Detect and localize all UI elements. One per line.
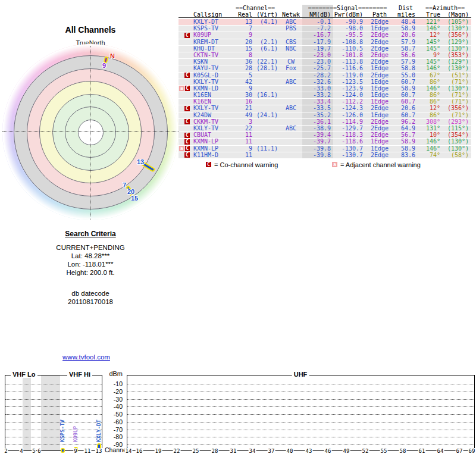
gridline — [5, 392, 102, 392]
azimuth-true: 131° — [419, 126, 441, 132]
warning-badges — [178, 26, 193, 32]
real-channel: 3 — [231, 119, 252, 125]
azimuth-true: 10° — [419, 132, 441, 138]
noise-margin: -35.2 — [302, 112, 333, 118]
skipped-band-1 — [41, 375, 60, 450]
azimuth-true: 146° — [419, 65, 441, 71]
azimuth-magnetic: (51°) — [441, 73, 471, 79]
network — [280, 92, 302, 98]
azimuth-magnetic: (130°) — [441, 65, 471, 71]
warning-badges: C — [178, 32, 193, 38]
channel-tick-16: 16 — [136, 448, 143, 454]
gridline — [127, 406, 474, 407]
signal-bar-KSPS-TV — [61, 448, 65, 453]
co-channel-warning-icon: C — [184, 152, 190, 158]
distance: 57.9 — [393, 39, 419, 45]
real-channel: 7 — [231, 26, 252, 32]
warning-badges — [178, 46, 193, 52]
azimuth-true: 146° — [419, 86, 441, 92]
column-header: NM(dB) — [302, 11, 333, 17]
path: 1Edge — [367, 139, 393, 145]
column-header: Callsign — [193, 11, 231, 17]
header-group-azimuth-group: ==Azimuth== — [419, 5, 471, 11]
gridline — [5, 414, 102, 415]
path: 2Edge — [367, 152, 393, 158]
callsign: KXLY-TV — [193, 79, 231, 85]
table-row-K09UP: CK09UP9-16.7-95.52Edge20.612°(356°) — [178, 32, 471, 38]
warning-badges — [178, 52, 193, 58]
callsign: KXLY-TV — [193, 126, 231, 132]
power: -123.9 — [333, 86, 367, 92]
gridline — [127, 430, 474, 430]
azimuth-magnetic: (353°) — [441, 52, 471, 58]
virtual-channel — [252, 139, 280, 145]
azimuth-magnetic: (71°) — [441, 92, 471, 98]
network — [280, 146, 302, 152]
distance: 60.7 — [393, 99, 419, 105]
network: Fox — [280, 65, 302, 71]
warning-badges: C — [178, 132, 193, 138]
power: -124.0 — [333, 92, 367, 98]
search-criteria: Search Criteria CURRENT+PENDING Lat: 48.… — [16, 230, 165, 306]
virtual-channel — [252, 132, 280, 138]
co-channel-badge: C — [206, 162, 211, 167]
channel-tick-9: 9 — [73, 448, 77, 454]
noise-margin: -39.4 — [302, 132, 333, 138]
virtual-channel: (2.1) — [252, 39, 280, 45]
co-channel-warning-icon: C — [184, 106, 190, 111]
power: -130.7 — [333, 152, 367, 158]
gridline — [127, 414, 474, 415]
noise-margin: -38.9 — [302, 126, 333, 132]
real-channel: 22 — [231, 126, 252, 132]
power: -110.5 — [333, 46, 367, 52]
real-channel: 5 — [231, 73, 252, 79]
virtual-channel — [252, 52, 280, 58]
azimuth-true: 146° — [419, 146, 441, 152]
tvfool-link[interactable]: www.tvfool.com — [62, 353, 110, 361]
column-header: Netwk — [280, 11, 302, 17]
radar-plot: N91372015 — [2, 44, 178, 220]
power: -95.5 — [333, 32, 367, 38]
virtual-channel — [252, 105, 280, 111]
dbm-axis-label: dBm — [104, 370, 123, 377]
uhf-title: UHF — [292, 371, 309, 378]
noise-margin: -19.7 — [302, 46, 333, 52]
warning-badges: C — [178, 73, 193, 79]
azimuth-true: 86° — [419, 99, 441, 105]
table-row-KXMN-LD: aCKXMN-LD9-33.0-123.91Edge58.9146°(130°) — [178, 86, 471, 92]
network: ABC — [280, 126, 302, 132]
azimuth-true: 145° — [419, 59, 441, 65]
table-row-KSKN: KSKN36(22.1)CW-23.0-113.82Edge57.9145°(1… — [178, 59, 471, 65]
virtual-channel: (24.1) — [252, 112, 280, 118]
radar-crosshair-vertical — [90, 46, 90, 220]
radar-label-15: 15 — [131, 195, 138, 202]
network — [280, 119, 302, 125]
co-channel-warning-icon: C — [185, 146, 190, 151]
channel-tick-34: 34 — [249, 448, 256, 454]
dbm-tick: -80 — [104, 433, 123, 440]
column-header: Path — [367, 11, 393, 17]
table-row-KREM-DT: KREM-DT20(2.1)CBS-17.9-108.82Edge57.9145… — [178, 39, 471, 45]
criteria-height: Height: 200.0 ft. — [16, 268, 165, 277]
callsign: CKTN-TV — [193, 52, 231, 58]
table-row-KSPS-TV: KSPS-TV7PBS-7.2-98.01Edge58.9146°(130°) — [178, 26, 471, 32]
criteria-lon: Lon: -118.01*** — [16, 260, 165, 268]
network — [280, 73, 302, 79]
network: NBC — [280, 46, 302, 52]
real-channel: 36 — [231, 59, 252, 65]
co-channel-warning-icon: C — [184, 139, 190, 145]
vhf-lo-title: VHF Lo — [11, 371, 37, 378]
co-channel-warning-icon: C — [184, 73, 190, 78]
warning-badges: C — [178, 119, 193, 125]
callsign: K11HM-D — [193, 152, 231, 158]
noise-margin: -39.7 — [302, 139, 333, 145]
channel-tick-25: 25 — [192, 448, 200, 454]
power: -119.0 — [333, 73, 367, 79]
azimuth-true: 145° — [419, 39, 441, 45]
column-header: Pwr(dBm) — [333, 11, 367, 17]
adjacent-channel-legend-text: = Adjacent channel warning — [340, 161, 421, 168]
distance: 64.9 — [393, 126, 419, 132]
azimuth-magnetic: (129°) — [441, 39, 471, 45]
noise-margin: -0.1 — [302, 19, 333, 25]
header-group-channel-group: ==Channel== — [231, 5, 280, 11]
